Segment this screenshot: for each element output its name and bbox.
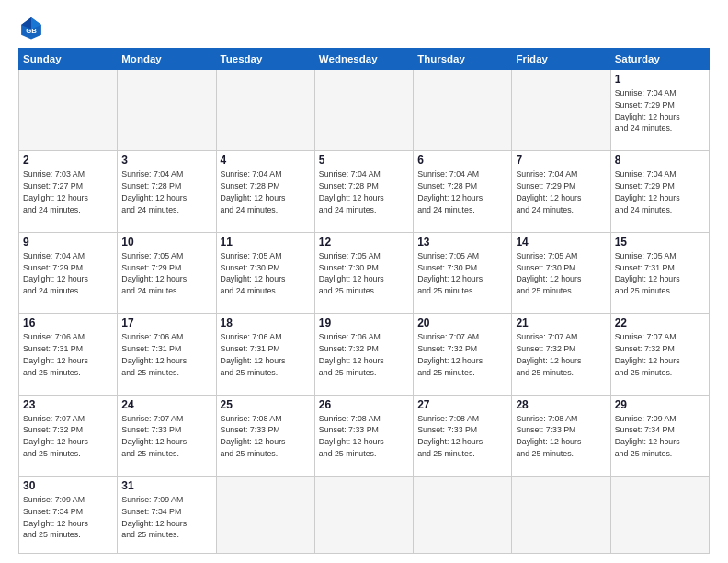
table-row: 13Sunrise: 7:05 AM Sunset: 7:30 PM Dayli… (414, 232, 512, 313)
col-sunday: Sunday (19, 49, 118, 70)
table-row: 24Sunrise: 7:07 AM Sunset: 7:33 PM Dayli… (118, 395, 216, 476)
table-row: 28Sunrise: 7:08 AM Sunset: 7:33 PM Dayli… (512, 395, 610, 476)
day-number: 20 (417, 316, 507, 329)
table-row: 19Sunrise: 7:06 AM Sunset: 7:32 PM Dayli… (314, 314, 413, 395)
day-number: 1 (615, 73, 705, 86)
day-info: Sunrise: 7:06 AM Sunset: 7:31 PM Dayligh… (121, 331, 211, 378)
calendar-week-6: 30Sunrise: 7:09 AM Sunset: 7:34 PM Dayli… (19, 477, 710, 554)
day-info: Sunrise: 7:04 AM Sunset: 7:28 PM Dayligh… (319, 168, 409, 215)
table-row (216, 477, 314, 554)
day-info: Sunrise: 7:05 AM Sunset: 7:30 PM Dayligh… (221, 250, 311, 297)
calendar-week-3: 9Sunrise: 7:04 AM Sunset: 7:29 PM Daylig… (19, 232, 710, 313)
day-info: Sunrise: 7:08 AM Sunset: 7:33 PM Dayligh… (319, 413, 409, 460)
table-row: 22Sunrise: 7:07 AM Sunset: 7:32 PM Dayli… (610, 314, 709, 395)
table-row (414, 70, 512, 151)
day-number: 18 (221, 316, 311, 329)
table-row (314, 477, 413, 554)
day-number: 25 (221, 398, 311, 411)
day-number: 5 (319, 154, 409, 167)
table-row: 16Sunrise: 7:06 AM Sunset: 7:31 PM Dayli… (19, 314, 118, 395)
table-row: 31Sunrise: 7:09 AM Sunset: 7:34 PM Dayli… (118, 477, 216, 554)
table-row: 17Sunrise: 7:06 AM Sunset: 7:31 PM Dayli… (118, 314, 216, 395)
day-info: Sunrise: 7:04 AM Sunset: 7:29 PM Dayligh… (615, 168, 705, 215)
day-info: Sunrise: 7:04 AM Sunset: 7:28 PM Dayligh… (121, 168, 211, 215)
day-number: 31 (121, 479, 211, 492)
table-row (19, 70, 118, 151)
col-tuesday: Tuesday (216, 49, 314, 70)
day-number: 28 (516, 398, 606, 411)
day-number: 16 (23, 316, 113, 329)
calendar-week-4: 16Sunrise: 7:06 AM Sunset: 7:31 PM Dayli… (19, 314, 710, 395)
calendar-week-5: 23Sunrise: 7:07 AM Sunset: 7:32 PM Dayli… (19, 395, 710, 476)
table-row: 11Sunrise: 7:05 AM Sunset: 7:30 PM Dayli… (216, 232, 314, 313)
day-info: Sunrise: 7:08 AM Sunset: 7:33 PM Dayligh… (516, 413, 606, 460)
table-row: 30Sunrise: 7:09 AM Sunset: 7:34 PM Dayli… (19, 477, 118, 554)
table-row (512, 70, 610, 151)
day-number: 4 (221, 154, 311, 167)
day-info: Sunrise: 7:04 AM Sunset: 7:28 PM Dayligh… (417, 168, 507, 215)
day-info: Sunrise: 7:05 AM Sunset: 7:31 PM Dayligh… (615, 250, 705, 297)
table-row: 29Sunrise: 7:09 AM Sunset: 7:34 PM Dayli… (610, 395, 709, 476)
table-row: 21Sunrise: 7:07 AM Sunset: 7:32 PM Dayli… (512, 314, 610, 395)
day-info: Sunrise: 7:03 AM Sunset: 7:27 PM Dayligh… (23, 168, 113, 215)
day-info: Sunrise: 7:05 AM Sunset: 7:29 PM Dayligh… (121, 250, 211, 297)
day-number: 27 (417, 398, 507, 411)
col-monday: Monday (118, 49, 216, 70)
table-row (414, 477, 512, 554)
calendar-table: Sunday Monday Tuesday Wednesday Thursday… (18, 48, 710, 554)
calendar-week-2: 2Sunrise: 7:03 AM Sunset: 7:27 PM Daylig… (19, 151, 710, 232)
table-row (314, 70, 413, 151)
day-info: Sunrise: 7:06 AM Sunset: 7:32 PM Dayligh… (319, 331, 409, 378)
day-info: Sunrise: 7:06 AM Sunset: 7:31 PM Dayligh… (23, 331, 113, 378)
day-number: 10 (121, 236, 211, 248)
day-info: Sunrise: 7:05 AM Sunset: 7:30 PM Dayligh… (319, 250, 409, 297)
logo-icon: GB (18, 15, 44, 40)
day-info: Sunrise: 7:07 AM Sunset: 7:32 PM Dayligh… (23, 413, 113, 460)
calendar-body: 1Sunrise: 7:04 AM Sunset: 7:29 PM Daylig… (19, 70, 710, 554)
table-row: 20Sunrise: 7:07 AM Sunset: 7:32 PM Dayli… (414, 314, 512, 395)
table-row: 2Sunrise: 7:03 AM Sunset: 7:27 PM Daylig… (19, 151, 118, 232)
col-wednesday: Wednesday (314, 49, 413, 70)
day-number: 12 (319, 236, 409, 248)
table-row (610, 477, 709, 554)
table-row (118, 70, 216, 151)
page: GB Sunday Monday Tuesday Wednesday Thurs… (0, 0, 728, 563)
calendar-week-1: 1Sunrise: 7:04 AM Sunset: 7:29 PM Daylig… (19, 70, 710, 151)
day-info: Sunrise: 7:06 AM Sunset: 7:31 PM Dayligh… (221, 331, 311, 378)
table-row: 18Sunrise: 7:06 AM Sunset: 7:31 PM Dayli… (216, 314, 314, 395)
day-number: 9 (23, 236, 113, 248)
table-row: 27Sunrise: 7:08 AM Sunset: 7:33 PM Dayli… (414, 395, 512, 476)
table-row: 4Sunrise: 7:04 AM Sunset: 7:28 PM Daylig… (216, 151, 314, 232)
day-number: 7 (516, 154, 606, 167)
day-info: Sunrise: 7:09 AM Sunset: 7:34 PM Dayligh… (23, 494, 113, 541)
day-number: 8 (615, 154, 705, 167)
table-row: 8Sunrise: 7:04 AM Sunset: 7:29 PM Daylig… (610, 151, 709, 232)
day-number: 23 (23, 398, 113, 411)
day-number: 15 (615, 236, 705, 248)
day-number: 21 (516, 316, 606, 329)
logo: GB (18, 15, 46, 40)
day-number: 24 (121, 398, 211, 411)
day-info: Sunrise: 7:04 AM Sunset: 7:29 PM Dayligh… (516, 168, 606, 215)
day-info: Sunrise: 7:04 AM Sunset: 7:29 PM Dayligh… (615, 87, 705, 134)
col-saturday: Saturday (610, 49, 709, 70)
table-row: 26Sunrise: 7:08 AM Sunset: 7:33 PM Dayli… (314, 395, 413, 476)
table-row: 6Sunrise: 7:04 AM Sunset: 7:28 PM Daylig… (414, 151, 512, 232)
table-row: 10Sunrise: 7:05 AM Sunset: 7:29 PM Dayli… (118, 232, 216, 313)
table-row (216, 70, 314, 151)
day-info: Sunrise: 7:07 AM Sunset: 7:32 PM Dayligh… (615, 331, 705, 378)
day-number: 11 (221, 236, 311, 248)
day-info: Sunrise: 7:04 AM Sunset: 7:29 PM Dayligh… (23, 250, 113, 297)
day-number: 6 (417, 154, 507, 167)
day-number: 19 (319, 316, 409, 329)
day-info: Sunrise: 7:05 AM Sunset: 7:30 PM Dayligh… (516, 250, 606, 297)
day-info: Sunrise: 7:09 AM Sunset: 7:34 PM Dayligh… (121, 494, 211, 541)
day-info: Sunrise: 7:07 AM Sunset: 7:32 PM Dayligh… (516, 331, 606, 378)
table-row: 1Sunrise: 7:04 AM Sunset: 7:29 PM Daylig… (610, 70, 709, 151)
table-row: 12Sunrise: 7:05 AM Sunset: 7:30 PM Dayli… (314, 232, 413, 313)
calendar-header-row: Sunday Monday Tuesday Wednesday Thursday… (19, 49, 710, 70)
table-row: 7Sunrise: 7:04 AM Sunset: 7:29 PM Daylig… (512, 151, 610, 232)
day-number: 22 (615, 316, 705, 329)
day-info: Sunrise: 7:07 AM Sunset: 7:32 PM Dayligh… (417, 331, 507, 378)
day-info: Sunrise: 7:07 AM Sunset: 7:33 PM Dayligh… (121, 413, 211, 460)
